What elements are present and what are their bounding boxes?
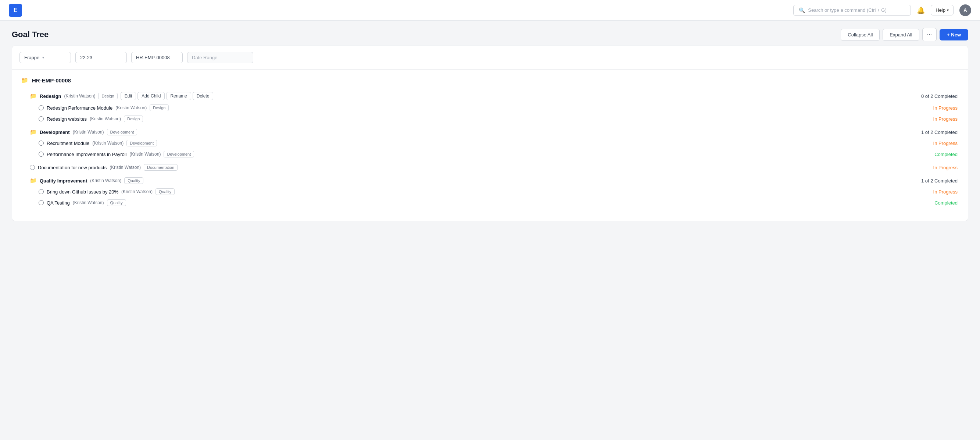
company-filter[interactable]: Frappe ▾: [19, 52, 71, 63]
collapse-all-button[interactable]: Collapse All: [841, 29, 880, 41]
more-options-button[interactable]: ···: [922, 28, 937, 41]
tag-documentation: Documentation: [144, 164, 178, 171]
tag-development: Development: [126, 140, 157, 147]
page-actions: Collapse All Expand All ··· + New: [841, 28, 968, 41]
folder-icon: 📁: [21, 77, 28, 84]
search-text: Search or type a command (Ctrl + G): [808, 7, 887, 13]
topnav-right: 🔍 Search or type a command (Ctrl + G) 🔔 …: [793, 5, 971, 16]
goal-status: In Progress: [893, 105, 959, 111]
search-icon: 🔍: [799, 7, 805, 13]
goal-status: In Progress: [893, 189, 959, 194]
circle-icon: [30, 165, 35, 170]
edit-button[interactable]: Edit: [121, 92, 136, 100]
goal-row-recruitment[interactable]: Recruitment Module (Kristin Watson) Deve…: [21, 137, 959, 148]
topnav-left: E: [9, 4, 22, 17]
goal-row-redesign-websites[interactable]: Redesign websites (Kristin Watson) Desig…: [21, 113, 959, 124]
goal-status: Completed: [893, 151, 959, 157]
chevron-down-icon: ▾: [42, 56, 44, 60]
goal-main: Bring down Github Issues by 20% (Kristin…: [21, 188, 893, 195]
circle-icon: [38, 189, 44, 194]
goal-row-qa-testing[interactable]: QA Testing (Kristin Watson) Quality Comp…: [21, 197, 959, 208]
avatar[interactable]: A: [959, 5, 971, 16]
goal-group-documentation: Documentation for new products (Kristin …: [21, 162, 959, 173]
date-range-filter[interactable]: Date Range: [187, 52, 253, 63]
new-button[interactable]: + New: [940, 29, 968, 40]
search-bar[interactable]: 🔍 Search or type a command (Ctrl + G): [793, 5, 911, 16]
employee-filter[interactable]: HR-EMP-00008: [131, 52, 183, 63]
goal-row-payroll[interactable]: Performance Improvements in Payroll (Kri…: [21, 148, 959, 159]
goal-status: In Progress: [893, 116, 959, 122]
goal-main: 📁 Redesign (Kristin Watson) Design Edit …: [21, 92, 893, 100]
goal-row-github-issues[interactable]: Bring down Github Issues by 20% (Kristin…: [21, 186, 959, 197]
tag-development: Development: [107, 129, 137, 136]
circle-icon: [38, 140, 44, 146]
folder-icon: 📁: [30, 93, 37, 99]
add-child-button[interactable]: Add Child: [137, 92, 165, 100]
folder-icon: 📁: [30, 177, 37, 184]
filter-bar: Frappe ▾ 22-23 HR-EMP-00008 Date Range: [12, 46, 968, 70]
help-button[interactable]: Help ▾: [931, 5, 953, 16]
goal-row-development[interactable]: 📁 Development (Kristin Watson) Developme…: [21, 126, 959, 137]
goal-status-redesign: 0 of 2 Completed: [893, 94, 959, 99]
goal-group-quality: 📁 Quality Improvement (Kristin Watson) Q…: [21, 175, 959, 208]
goal-main: Documentation for new products (Kristin …: [21, 164, 893, 171]
goal-status-development: 1 of 2 Completed: [893, 129, 959, 135]
goal-status: Completed: [893, 200, 959, 206]
goal-main: 📁 Quality Improvement (Kristin Watson) Q…: [21, 177, 893, 184]
circle-icon: [38, 105, 44, 110]
circle-icon: [38, 200, 44, 205]
folder-icon: 📁: [30, 129, 37, 136]
goal-status-documentation: In Progress: [893, 165, 959, 171]
topnav: E 🔍 Search or type a command (Ctrl + G) …: [0, 0, 980, 21]
goal-row-redesign[interactable]: 📁 Redesign (Kristin Watson) Design Edit …: [21, 90, 959, 102]
circle-icon: [38, 151, 44, 157]
goal-status-quality: 1 of 2 Completed: [893, 178, 959, 183]
tag-quality: Quality: [124, 177, 143, 184]
main-content: Frappe ▾ 22-23 HR-EMP-00008 Date Range 📁…: [0, 46, 980, 233]
tree-container: 📁 HR-EMP-00008 📁 Redesign (Kristin Watso…: [12, 70, 968, 221]
page-header: Goal Tree Collapse All Expand All ··· + …: [0, 21, 980, 46]
expand-all-button[interactable]: Expand All: [883, 29, 919, 41]
tag-quality: Quality: [107, 199, 126, 206]
goal-main: Performance Improvements in Payroll (Kri…: [21, 151, 893, 158]
goal-main: QA Testing (Kristin Watson) Quality: [21, 199, 893, 206]
tag-quality: Quality: [156, 188, 175, 195]
page-title: Goal Tree: [12, 30, 49, 39]
tag-design: Design: [124, 115, 143, 122]
action-buttons: Edit Add Child Rename Delete: [121, 92, 213, 100]
goal-main: Redesign Performance Module (Kristin Wat…: [21, 105, 893, 111]
period-filter[interactable]: 22-23: [75, 52, 127, 63]
circle-icon: [38, 116, 44, 121]
tag-design: Design: [98, 93, 117, 99]
goal-row-quality[interactable]: 📁 Quality Improvement (Kristin Watson) Q…: [21, 175, 959, 186]
tag-development: Development: [164, 151, 194, 158]
bell-icon[interactable]: 🔔: [917, 6, 925, 14]
employee-header: 📁 HR-EMP-00008: [21, 77, 959, 84]
tag-design: Design: [150, 105, 169, 111]
goal-group-development: 📁 Development (Kristin Watson) Developme…: [21, 126, 959, 159]
goal-group-redesign: 📁 Redesign (Kristin Watson) Design Edit …: [21, 90, 959, 124]
delete-button[interactable]: Delete: [192, 92, 213, 100]
goal-row-redesign-perf[interactable]: Redesign Performance Module (Kristin Wat…: [21, 102, 959, 113]
employee-id: HR-EMP-00008: [32, 77, 71, 83]
goal-main: Redesign websites (Kristin Watson) Desig…: [21, 115, 893, 122]
goal-status: In Progress: [893, 140, 959, 146]
chevron-down-icon: ▾: [947, 8, 949, 12]
rename-button[interactable]: Rename: [166, 92, 191, 100]
goal-row-documentation[interactable]: Documentation for new products (Kristin …: [21, 162, 959, 173]
goal-main: 📁 Development (Kristin Watson) Developme…: [21, 129, 893, 136]
goal-main: Recruitment Module (Kristin Watson) Deve…: [21, 140, 893, 147]
app-logo[interactable]: E: [9, 4, 22, 17]
